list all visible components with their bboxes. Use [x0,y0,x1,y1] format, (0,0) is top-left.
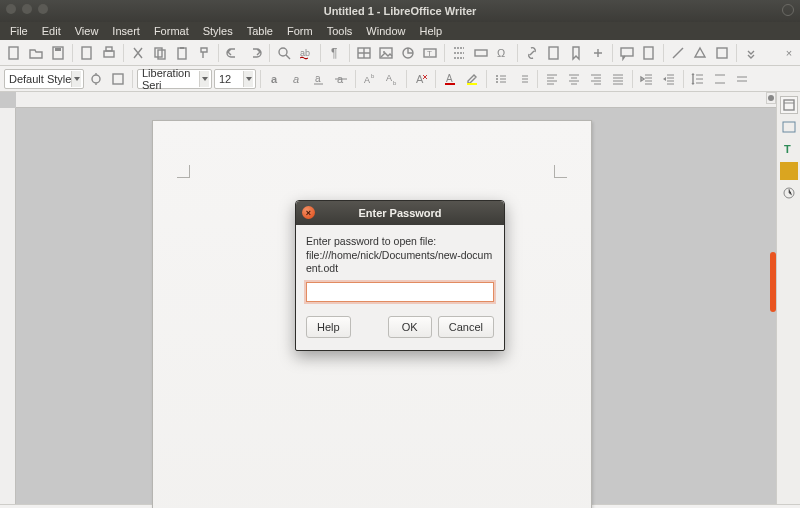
styles-panel-icon[interactable] [780,118,798,136]
bold-button[interactable]: a [265,69,285,89]
redo-button[interactable] [245,43,265,63]
show-draw-functions-button[interactable] [712,43,732,63]
update-style-button[interactable] [86,69,106,89]
clear-formatting-button[interactable]: A [411,69,431,89]
superscript-button[interactable]: Ab [360,69,380,89]
enter-password-dialog: × Enter Password Enter password to open … [295,200,505,351]
ok-button[interactable]: OK [388,316,432,338]
italic-button[interactable]: a [287,69,307,89]
dialog-titlebar[interactable]: × Enter Password [296,201,504,225]
svg-text:Ω: Ω [497,47,505,59]
clone-format-button[interactable] [194,43,214,63]
window-minimize-icon[interactable] [22,4,32,14]
number-list-button[interactable] [513,69,533,89]
spellcheck-button[interactable]: ab [296,43,316,63]
svg-rect-42 [783,122,795,132]
help-button[interactable]: Help [306,316,351,338]
menu-styles[interactable]: Styles [197,23,239,39]
menu-edit[interactable]: Edit [36,23,67,39]
dialog-close-icon[interactable]: × [302,206,315,219]
window-close-icon[interactable] [6,4,16,14]
bullet-list-button[interactable] [491,69,511,89]
open-button[interactable] [26,43,46,63]
insert-pagebreak-button[interactable] [449,43,469,63]
export-pdf-button[interactable] [77,43,97,63]
sidebar-tab-handle[interactable] [766,92,776,104]
page-panel-icon[interactable] [780,184,798,202]
paste-button[interactable] [172,43,192,63]
svg-text:b: b [393,80,397,86]
track-changes-button[interactable] [639,43,659,63]
increase-indent-button[interactable] [637,69,657,89]
insert-hyperlink-button[interactable] [522,43,542,63]
decrease-indent-button[interactable] [659,69,679,89]
subscript-button[interactable]: Ab [382,69,402,89]
insert-textbox-button[interactable]: T [420,43,440,63]
new-button[interactable] [4,43,24,63]
strikethrough-button[interactable]: a [331,69,351,89]
standard-toolbar: ab ¶ T Ω × [0,40,800,66]
font-size-value: 12 [219,73,231,85]
font-name-combo[interactable]: Liberation Seri [137,69,212,89]
line-spacing-button[interactable] [688,69,708,89]
properties-panel-icon[interactable] [780,96,798,114]
insert-special-char-button[interactable]: Ω [493,43,513,63]
basic-shapes-button[interactable] [690,43,710,63]
font-size-combo[interactable]: 12 [214,69,256,89]
svg-rect-8 [178,48,186,59]
formatting-marks-button[interactable]: ¶ [325,43,345,63]
window-maximize-icon[interactable] [38,4,48,14]
menu-window[interactable]: Window [360,23,411,39]
undo-button[interactable] [223,43,243,63]
paragraph-style-combo[interactable]: Default Style [4,69,84,89]
menu-help[interactable]: Help [413,23,448,39]
cancel-button[interactable]: Cancel [438,316,494,338]
menu-table[interactable]: Table [241,23,279,39]
svg-rect-3 [82,47,91,59]
svg-rect-23 [644,47,653,59]
insert-chart-button[interactable] [398,43,418,63]
menu-insert[interactable]: Insert [106,23,146,39]
insert-image-button[interactable] [376,43,396,63]
horizontal-ruler[interactable] [16,92,776,108]
align-right-button[interactable] [586,69,606,89]
print-button[interactable] [99,43,119,63]
menu-form[interactable]: Form [281,23,319,39]
save-button[interactable] [48,43,68,63]
toolbar-chevron-icon[interactable] [741,43,761,63]
highlight-color-button[interactable] [462,69,482,89]
window-titlebar: Untitled 1 - LibreOffice Writer [0,0,800,22]
password-input[interactable] [306,282,494,302]
gallery-panel-icon[interactable]: T [780,140,798,158]
document-close-icon[interactable]: × [782,46,796,60]
window-title: Untitled 1 - LibreOffice Writer [324,5,477,17]
dialog-message: Enter password to open file: file:///hom… [306,235,494,276]
insert-cross-ref-button[interactable] [588,43,608,63]
increase-para-spacing-button[interactable] [710,69,730,89]
insert-bookmark-button[interactable] [566,43,586,63]
menu-format[interactable]: Format [148,23,195,39]
font-name-value: Liberation Seri [142,67,207,91]
navigator-panel-icon[interactable] [780,162,798,180]
align-justify-button[interactable] [608,69,628,89]
insert-footnote-button[interactable] [544,43,564,63]
vertical-ruler[interactable] [0,108,16,504]
menu-file[interactable]: File [4,23,34,39]
copy-button[interactable] [150,43,170,63]
svg-rect-41 [784,100,794,110]
menu-view[interactable]: View [69,23,105,39]
underline-button[interactable]: a [309,69,329,89]
insert-comment-button[interactable] [617,43,637,63]
insert-line-button[interactable] [668,43,688,63]
menu-tools[interactable]: Tools [321,23,359,39]
align-center-button[interactable] [564,69,584,89]
cut-button[interactable] [128,43,148,63]
svg-text:A: A [364,75,370,85]
find-button[interactable] [274,43,294,63]
insert-field-button[interactable] [471,43,491,63]
new-style-button[interactable] [108,69,128,89]
decrease-para-spacing-button[interactable] [732,69,752,89]
insert-table-button[interactable] [354,43,374,63]
align-left-button[interactable] [542,69,562,89]
font-color-button[interactable]: A [440,69,460,89]
